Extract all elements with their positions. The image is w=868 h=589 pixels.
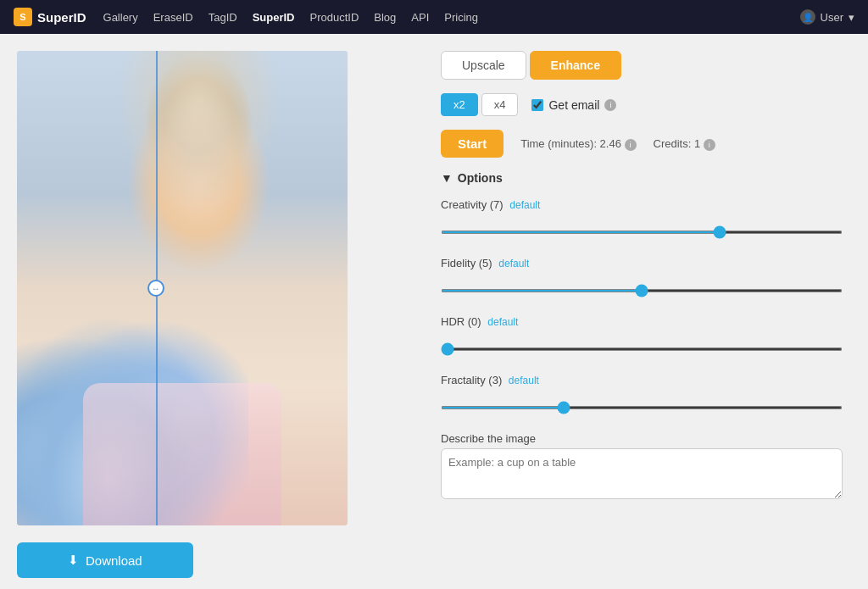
user-menu[interactable]: 👤 User ▾ xyxy=(800,9,854,25)
download-icon: ⬇ xyxy=(68,553,79,568)
describe-label: Describe the image xyxy=(441,432,843,445)
controls-row: x2 x4 Get email i xyxy=(441,93,843,116)
start-button[interactable]: Start xyxy=(441,130,504,158)
right-panel: Upscale Enhance x2 x4 Get email i Start … xyxy=(415,34,868,589)
tab-enhance[interactable]: Enhance xyxy=(530,51,621,80)
creativity-default-link[interactable]: default xyxy=(509,199,540,211)
scale-buttons: x2 x4 xyxy=(441,93,518,116)
options-content: Creativity (7) default Fidelity (5) defa… xyxy=(441,198,843,502)
nav-link-tagid[interactable]: TagID xyxy=(209,11,237,24)
logo-text: SuperID xyxy=(37,10,86,25)
split-arrows-icon: ↔ xyxy=(152,284,160,293)
image-background xyxy=(17,51,348,525)
main-content: ↔ ⬇ Download Upscale Enhance x2 x4 Get e… xyxy=(0,34,868,589)
nav-link-pricing[interactable]: Pricing xyxy=(444,11,478,24)
download-label: Download xyxy=(86,553,142,568)
split-handle[interactable]: ↔ xyxy=(147,280,164,297)
nav-link-blog[interactable]: Blog xyxy=(374,11,396,24)
options-section: ▼ Options xyxy=(441,171,843,185)
time-credits: Time (minutes): 2.46 i Credits: 1 i xyxy=(520,137,715,151)
user-avatar-icon: 👤 xyxy=(800,9,815,25)
image-preview: ↔ xyxy=(17,51,348,525)
logo-icon: S xyxy=(14,8,32,26)
options-header-label: Options xyxy=(458,171,503,185)
email-info-icon[interactable]: i xyxy=(604,99,616,111)
scale-x2-button[interactable]: x2 xyxy=(441,93,478,116)
user-dropdown-icon: ▾ xyxy=(849,11,854,24)
fidelity-label: Fidelity (5) default xyxy=(441,257,843,269)
left-panel: ↔ ⬇ Download xyxy=(0,34,415,589)
fidelity-option: Fidelity (5) default xyxy=(441,257,843,302)
start-row: Start Time (minutes): 2.46 i Credits: 1 … xyxy=(441,130,843,158)
logo[interactable]: S SuperID xyxy=(14,8,86,26)
mode-tabs: Upscale Enhance xyxy=(441,51,843,80)
creativity-label: Creativity (7) default xyxy=(441,198,843,211)
tab-upscale[interactable]: Upscale xyxy=(441,51,526,80)
get-email-label: Get email xyxy=(548,98,599,112)
nav-link-gallery[interactable]: Gallery xyxy=(103,11,138,24)
download-button[interactable]: ⬇ Download xyxy=(17,542,193,578)
options-header[interactable]: ▼ Options xyxy=(441,171,843,185)
describe-textarea[interactable] xyxy=(441,448,843,499)
scale-x4-button[interactable]: x4 xyxy=(481,93,519,116)
nav-links: Gallery EraseID TagID SuperID ProductID … xyxy=(103,11,479,24)
nav-link-eraseid[interactable]: EraseID xyxy=(153,11,193,24)
creativity-slider[interactable] xyxy=(441,231,843,234)
user-label: User xyxy=(821,11,843,24)
describe-section: Describe the image xyxy=(441,432,843,502)
creativity-option: Creativity (7) default xyxy=(441,198,843,243)
fractality-default-link[interactable]: default xyxy=(509,375,539,386)
hdr-slider[interactable] xyxy=(441,347,843,351)
hdr-default-link[interactable]: default xyxy=(487,316,518,328)
nav-link-api[interactable]: API xyxy=(411,11,429,24)
fractality-slider[interactable] xyxy=(441,406,843,409)
nav-link-superid[interactable]: SuperID xyxy=(253,11,295,24)
fidelity-default-link[interactable]: default xyxy=(498,258,529,269)
hdr-label: HDR (0) default xyxy=(441,315,843,328)
nav-link-productid[interactable]: ProductID xyxy=(309,11,359,24)
email-row: Get email i xyxy=(531,98,616,112)
credits-label: Credits: 1 i xyxy=(654,137,715,151)
hdr-option: HDR (0) default xyxy=(441,315,843,360)
navbar: S SuperID Gallery EraseID TagID SuperID … xyxy=(0,0,868,34)
options-arrow-icon: ▼ xyxy=(441,171,453,185)
time-info-icon[interactable]: i xyxy=(625,139,637,151)
fractality-label: Fractality (3) default xyxy=(441,374,843,386)
get-email-checkbox[interactable] xyxy=(531,99,543,111)
time-label: Time (minutes): 2.46 i xyxy=(520,137,636,151)
fidelity-slider[interactable] xyxy=(441,289,843,292)
credits-info-icon[interactable]: i xyxy=(704,139,715,151)
fractality-option: Fractality (3) default xyxy=(441,374,843,419)
